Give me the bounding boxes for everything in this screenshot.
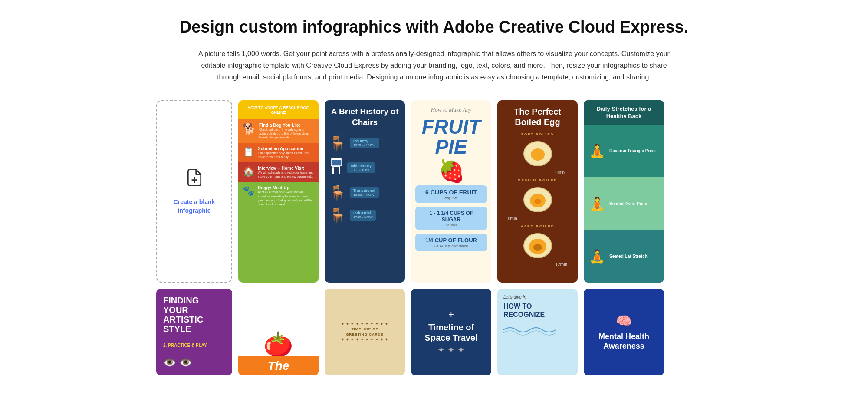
chairs-years-3: 1950s - NOW [353,193,375,197]
chairs-years-2: 1933 - 1965 [351,168,372,172]
egg-medium-svg [518,183,557,214]
chairs-title: A Brief History of Chairs [329,106,401,128]
pie-ingredient-3: 1/4 CUP OF FLOUR Or 1/8 cup cornstarch [415,234,487,251]
stretch-label-3: Seated Lat Stretch [609,254,648,259]
mental-title: Mental Health Awareness [590,332,658,351]
chairs-label-1: Country [353,139,375,143]
stretches-title: Daily Stretches for a Healthy Back [584,100,664,125]
svg-point-9 [531,148,545,161]
pie-main-title: FRUITPIE [422,117,480,157]
egg-time-soft: 6min [555,170,565,175]
blank-card[interactable]: Create a blank infographic [156,100,232,283]
adopt-step1-desc: Check out our online catalogue of adopta… [259,128,314,139]
template-card-space[interactable]: + Timeline of Space Travel ✦ ✦ ✦ [411,289,491,375]
pie-ingredient-2: 1 - 1 1/4 CUPS OF SUGAR To taste [415,207,487,230]
adopt-step1-title: Find a Dog You Like [259,123,314,128]
stretch-item-3: 🧘 Seated Lat Stretch [584,230,664,283]
pie-ing2-amount: 1 - 1 1/4 CUPS OF SUGAR [421,210,481,223]
egg-hard-svg [518,229,557,260]
template-card-chairs[interactable]: A Brief History of Chairs 🪑 Country 1920… [325,100,405,283]
pie-ing3-note: Or 1/8 cup cornstarch [421,244,481,248]
adopt-dog-icon: 🐕 [243,123,256,135]
chair-icon-1: 🪑 [329,135,346,151]
header-section: Design custom infographics with Adobe Cr… [156,17,712,83]
greeting-title: ✦ ✦ ✦ ✦ ✦ ✦ ✦ ✦ ✦ ✦TIMELINE OFGREETING C… [341,322,388,342]
svg-rect-5 [332,166,340,167]
adopt-step2-title: Submit an Application [258,146,314,151]
egg-soft-boiled: SOFT-BOILED 6min [502,132,573,175]
recognize-title: HOW TO RECOGNIZE [503,302,572,319]
grid-row-2: FINDING YOUR ARTISTIC STYLE 2. PRACTICE … [156,289,712,375]
pie-ingredient-1: 6 CUPS OF FRUIT Any fruit [415,185,487,203]
stretch-label-2: Seated Twist Pose [609,201,647,206]
template-card-tomato[interactable]: 🍅 The [238,289,319,375]
egg-label-soft: SOFT-BOILED [521,132,554,136]
chairs-item-4: 🪑 Industrial 1760 - NOW [329,205,401,225]
page-subtitle: A picture tells 1,000 words. Get your po… [195,48,673,83]
recognize-waves [503,323,572,337]
artistic-icon: 👁️ 👁️ [163,356,225,369]
adopt-step3-title: Interview + Home Visit [258,166,314,171]
egg-hard-boiled: HARD-BOILED 12min [502,224,573,267]
adopt-step4-desc: After all of your hard work, we will sch… [258,190,314,206]
strawberry-icon: 🍓 [438,160,465,182]
chairs-item-1: 🪑 Country 1920s - 1970s [329,133,401,153]
chairs-label-4: Industrial [353,211,372,215]
svg-point-15 [533,244,542,251]
chairs-label-2: Midcentury [351,164,372,168]
tomato-icon: 🍅 [263,332,293,356]
egg-soft-svg [518,137,557,168]
egg-medium-boiled: MEDIUM-BOILED 8min [502,178,573,221]
stretch-item-2: 🧘 Seated Twist Pose [584,177,664,230]
mental-icon: 🧠 [616,313,632,329]
space-stars: ✦ ✦ ✦ [437,345,464,355]
stretch-item-1: 🧘 Reverse Triangle Pose [584,125,664,177]
file-plus-icon [185,168,204,191]
template-card-stretches[interactable]: Daily Stretches for a Healthy Back 🧘 Rev… [584,100,664,283]
adopt-form-icon: 📋 [243,146,254,158]
adopt-paw-icon: 🐾 [243,185,254,197]
infographic-grid: Create a blank infographic HOW TO ADOPT … [156,100,712,375]
chairs-label-3: Transitional [353,188,375,193]
adopt-step2-desc: Our application only takes 10 minutes. H… [258,151,314,159]
svg-point-12 [534,199,541,204]
chair-icon-3: 🪑 [329,184,346,201]
pie-ing1-amount: 6 CUPS OF FRUIT [421,189,481,196]
svg-rect-7 [339,167,340,174]
space-plus: + [448,309,454,320]
chairs-item-3: 🪑 Transitional 1950s - NOW [329,183,401,203]
page-title: Design custom infographics with Adobe Cr… [156,17,712,37]
svg-rect-6 [332,167,334,174]
template-card-mental[interactable]: 🧠 Mental Health Awareness [584,289,664,375]
pie-ing1-note: Any fruit [421,196,481,200]
space-title: Timeline of Space Travel [417,322,485,343]
template-card-recognize[interactable]: Let's dive in HOW TO RECOGNIZE [497,289,578,375]
recognize-intro: Let's dive in [503,295,572,300]
artistic-title: FINDING YOUR ARTISTIC STYLE [163,296,225,334]
pie-ing3-amount: 1/4 CUP OF FLOUR [421,237,481,244]
adopt-step3-desc: We will schedule and visit your home and… [258,171,314,178]
pie-ing2-note: To taste [421,223,481,227]
artistic-subtitle: 2. PRACTICE & PLAY [163,343,225,348]
egg-label-medium: MEDIUM-BOILED [518,178,557,182]
svg-rect-3 [331,160,342,166]
stretch-figure-2: 🧘 [589,196,605,211]
template-card-pie[interactable]: How to Make Any FRUITPIE 🍓 6 CUPS OF FRU… [411,100,491,283]
template-card-adopt[interactable]: HOW TO ADOPT A RESCUE DOG ONLINE 🐕 Find … [238,100,319,283]
adopt-title: HOW TO ADOPT A RESCUE DOG ONLINE [243,105,314,115]
stretch-figure-1: 🧘 [589,143,605,158]
tomato-label: The [268,359,289,372]
egg-title: The Perfect Boiled Egg [502,106,573,127]
chair-icon-2 [329,158,344,178]
adopt-home-icon: 🏠 [243,166,254,177]
template-card-artistic[interactable]: FINDING YOUR ARTISTIC STYLE 2. PRACTICE … [156,289,232,375]
stretch-figure-3: 🧘 [589,249,605,264]
template-card-egg[interactable]: The Perfect Boiled Egg SOFT-BOILED 6min [497,100,578,283]
blank-card-label: Create a blank infographic [157,198,231,215]
grid-row-1: Create a blank infographic HOW TO ADOPT … [156,100,712,283]
chair-icon-4: 🪑 [329,207,346,224]
egg-time-hard: 12min [556,262,567,267]
chairs-years-1: 1920s - 1970s [353,143,375,147]
stretch-label-1: Reverse Triangle Pose [609,148,656,153]
template-card-greeting[interactable]: ✦ ✦ ✦ ✦ ✦ ✦ ✦ ✦ ✦ ✦TIMELINE OFGREETING C… [325,289,405,375]
